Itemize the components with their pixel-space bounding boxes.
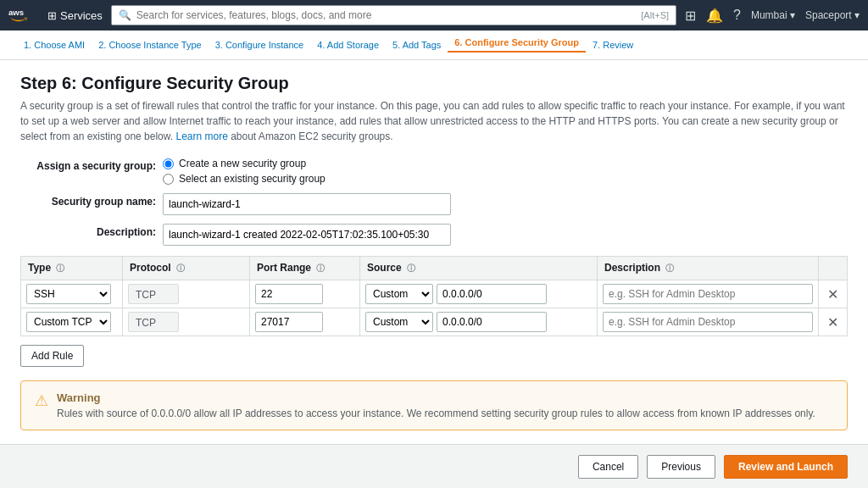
protocol-cell-2: TCP — [123, 308, 250, 336]
main-content: Step 6: Configure Security Group A secur… — [0, 60, 868, 444]
source-cell-1: Custom Anywhere My IP — [360, 280, 598, 308]
source-value-input-2[interactable] — [437, 312, 547, 332]
type-cell-2: Custom TCP r SSH HTTP HTTPS — [21, 308, 123, 336]
col-portrange-header: Port Range ⓘ — [250, 257, 360, 280]
cancel-button[interactable]: Cancel — [578, 455, 638, 479]
source-type-select-2[interactable]: Custom Anywhere My IP — [365, 312, 433, 332]
protocol-info-icon: ⓘ — [176, 263, 185, 274]
portrange-cell-1 — [250, 280, 360, 308]
assign-options: Create a new security group Select an ex… — [163, 158, 326, 185]
step-6-active: 6. Configure Security Group — [448, 37, 586, 53]
grid-icon: ⊞ — [47, 9, 57, 22]
sg-description-label: Description: — [20, 224, 156, 238]
type-select-2[interactable]: Custom TCP r SSH HTTP HTTPS — [26, 312, 111, 332]
svg-text:aws: aws — [8, 8, 24, 17]
search-shortcut: [Alt+S] — [641, 10, 669, 20]
learn-more-link[interactable]: Learn more — [175, 130, 227, 142]
search-bar[interactable]: 🔍 [Alt+S] — [111, 5, 676, 25]
portrange-info-icon: ⓘ — [316, 263, 325, 274]
desc-cell-1 — [598, 280, 819, 308]
select-existing-option[interactable]: Select an existing security group — [163, 173, 326, 185]
source-cell-2: Custom Anywhere My IP — [360, 308, 598, 336]
step-3[interactable]: 3. Configure Instance — [209, 40, 311, 50]
sg-name-input[interactable] — [163, 193, 451, 215]
sg-name-row: Security group name: — [20, 193, 848, 215]
portrange-cell-2 — [250, 308, 360, 336]
table-row: SSH HTTP HTTPS Custom TCP TCP Custom — [21, 280, 848, 308]
warning-box: ⚠ Warning Rules with source of 0.0.0.0/0… — [20, 380, 848, 430]
account-selector[interactable]: Spaceport ▾ — [805, 9, 860, 21]
desc-cell-2 — [598, 308, 819, 336]
bell-icon[interactable]: 🔔 — [706, 8, 723, 24]
type-info-icon: ⓘ — [56, 263, 64, 274]
steps-bar: 1. Choose AMI 2. Choose Instance Type 3.… — [0, 30, 868, 60]
top-navigation: aws ⊞ Services 🔍 [Alt+S] ⊞ 🔔 ? Mumbai ▾ … — [0, 0, 868, 30]
assign-label: Assign a security group: — [20, 158, 156, 172]
warning-title: Warning — [57, 391, 815, 404]
source-type-select-1[interactable]: Custom Anywhere My IP — [365, 284, 433, 304]
remove-row-1-button[interactable]: ✕ — [824, 286, 842, 302]
type-select-1[interactable]: SSH HTTP HTTPS Custom TCP — [26, 284, 111, 304]
aws-logo: aws — [8, 6, 39, 25]
search-input[interactable] — [136, 9, 636, 21]
step-2[interactable]: 2. Choose Instance Type — [92, 40, 209, 50]
services-button[interactable]: ⊞ Services — [47, 9, 103, 22]
col-protocol-header: Protocol ⓘ — [123, 257, 250, 280]
col-type-header: Type ⓘ — [21, 257, 123, 280]
port-input-1[interactable] — [255, 284, 323, 304]
warning-content: Warning Rules with source of 0.0.0.0/0 a… — [57, 391, 815, 419]
footer-actions: Cancel Previous Review and Launch — [0, 444, 868, 488]
remove-row-2-button[interactable]: ✕ — [824, 314, 842, 330]
source-info-icon: ⓘ — [407, 263, 415, 274]
help-icon[interactable]: ? — [733, 8, 741, 23]
port-input-2[interactable] — [255, 312, 323, 332]
step-5[interactable]: 5. Add Tags — [386, 40, 448, 50]
table-row: Custom TCP r SSH HTTP HTTPS TCP Custom — [21, 308, 848, 336]
desc-input-2[interactable] — [603, 312, 813, 332]
previous-button[interactable]: Previous — [647, 455, 715, 479]
sg-description-input[interactable] — [163, 224, 451, 246]
protocol-text-2: TCP — [128, 312, 179, 332]
step-7[interactable]: 7. Review — [586, 40, 640, 50]
region-selector[interactable]: Mumbai ▾ — [751, 9, 795, 21]
remove-cell-1: ✕ — [819, 280, 848, 308]
source-value-input-1[interactable] — [437, 284, 547, 304]
review-and-launch-button[interactable]: Review and Launch — [724, 455, 848, 479]
assign-sg-row: Assign a security group: Create a new se… — [20, 158, 848, 185]
remove-cell-2: ✕ — [819, 308, 848, 336]
col-desc-header: Description ⓘ — [598, 257, 819, 280]
nav-icons: ⊞ 🔔 ? Mumbai ▾ Spaceport ▾ — [685, 8, 860, 24]
page-title: Step 6: Configure Security Group — [20, 74, 848, 93]
create-new-option[interactable]: Create a new security group — [163, 158, 326, 169]
protocol-cell-1: TCP — [123, 280, 250, 308]
warning-text: Rules with source of 0.0.0.0/0 allow all… — [57, 408, 815, 419]
type-cell-1: SSH HTTP HTTPS Custom TCP — [21, 280, 123, 308]
warning-icon: ⚠ — [35, 391, 48, 410]
col-source-header: Source ⓘ — [360, 257, 598, 280]
add-rule-button[interactable]: Add Rule — [20, 345, 84, 367]
page-description: A security group is a set of firewall ru… — [20, 98, 848, 144]
step-4[interactable]: 4. Add Storage — [310, 40, 386, 50]
protocol-text-1: TCP — [128, 284, 179, 304]
create-new-radio[interactable] — [163, 158, 174, 169]
grid-apps-button[interactable]: ⊞ — [685, 8, 696, 24]
step-1[interactable]: 1. Choose AMI — [17, 40, 92, 50]
search-icon: 🔍 — [119, 9, 131, 21]
sg-name-label: Security group name: — [20, 193, 156, 208]
sg-description-row: Description: — [20, 224, 848, 246]
rules-table: Type ⓘ Protocol ⓘ Port Range ⓘ Source ⓘ … — [20, 256, 848, 336]
desc-info-icon: ⓘ — [665, 263, 674, 274]
select-existing-radio[interactable] — [163, 174, 174, 185]
desc-input-1[interactable] — [603, 284, 813, 304]
